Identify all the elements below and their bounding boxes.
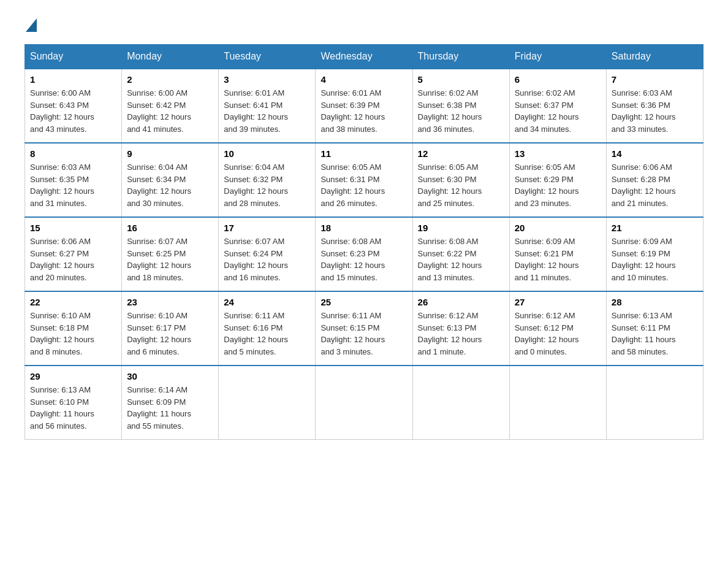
calendar-cell: 23 Sunrise: 6:10 AMSunset: 6:17 PMDaylig…	[122, 291, 219, 366]
calendar-cell: 5 Sunrise: 6:02 AMSunset: 6:38 PMDayligh…	[412, 69, 509, 143]
calendar-cell: 8 Sunrise: 6:03 AMSunset: 6:35 PMDayligh…	[25, 143, 122, 217]
day-number: 9	[127, 148, 213, 159]
calendar-cell: 13 Sunrise: 6:05 AMSunset: 6:29 PMDaylig…	[509, 143, 606, 217]
calendar-table: SundayMondayTuesdayWednesdayThursdayFrid…	[25, 44, 703, 440]
day-info: Sunrise: 6:03 AMSunset: 6:35 PMDaylight:…	[30, 161, 116, 209]
day-info: Sunrise: 6:14 AMSunset: 6:09 PMDaylight:…	[127, 384, 213, 432]
day-info: Sunrise: 6:13 AMSunset: 6:10 PMDaylight:…	[30, 384, 116, 432]
day-number: 26	[418, 297, 504, 307]
day-number: 17	[224, 223, 310, 233]
calendar-cell: 27 Sunrise: 6:12 AMSunset: 6:12 PMDaylig…	[509, 291, 606, 366]
day-info: Sunrise: 6:00 AMSunset: 6:43 PMDaylight:…	[30, 87, 116, 135]
calendar-week-row: 15 Sunrise: 6:06 AMSunset: 6:27 PMDaylig…	[25, 217, 703, 291]
calendar-cell: 30 Sunrise: 6:14 AMSunset: 6:09 PMDaylig…	[122, 366, 219, 440]
day-number: 29	[30, 371, 116, 381]
day-info: Sunrise: 6:12 AMSunset: 6:12 PMDaylight:…	[515, 310, 601, 358]
day-info: Sunrise: 6:05 AMSunset: 6:30 PMDaylight:…	[418, 161, 504, 209]
day-number: 28	[612, 297, 698, 307]
day-info: Sunrise: 6:11 AMSunset: 6:16 PMDaylight:…	[224, 310, 310, 358]
calendar-cell: 2 Sunrise: 6:00 AMSunset: 6:42 PMDayligh…	[122, 69, 219, 143]
day-info: Sunrise: 6:05 AMSunset: 6:29 PMDaylight:…	[515, 161, 601, 209]
calendar-cell: 17 Sunrise: 6:07 AMSunset: 6:24 PMDaylig…	[219, 217, 316, 291]
day-number: 13	[515, 148, 601, 159]
calendar-cell: 28 Sunrise: 6:13 AMSunset: 6:11 PMDaylig…	[606, 291, 703, 366]
calendar-week-row: 1 Sunrise: 6:00 AMSunset: 6:43 PMDayligh…	[25, 69, 703, 143]
calendar-cell: 16 Sunrise: 6:07 AMSunset: 6:25 PMDaylig…	[122, 217, 219, 291]
calendar-cell	[412, 366, 509, 440]
calendar-week-row: 29 Sunrise: 6:13 AMSunset: 6:10 PMDaylig…	[25, 366, 703, 440]
calendar-cell: 25 Sunrise: 6:11 AMSunset: 6:15 PMDaylig…	[316, 291, 412, 366]
day-number: 18	[320, 223, 407, 233]
day-number: 24	[224, 297, 310, 307]
logo-triangle-icon	[26, 18, 37, 32]
day-number: 5	[418, 74, 504, 85]
col-header-tuesday: Tuesday	[219, 45, 316, 69]
calendar-cell: 20 Sunrise: 6:09 AMSunset: 6:21 PMDaylig…	[509, 217, 606, 291]
col-header-sunday: Sunday	[25, 45, 122, 69]
day-number: 25	[320, 297, 407, 307]
day-number: 4	[320, 74, 407, 85]
col-header-saturday: Saturday	[606, 45, 703, 69]
day-info: Sunrise: 6:05 AMSunset: 6:31 PMDaylight:…	[320, 161, 407, 209]
day-info: Sunrise: 6:06 AMSunset: 6:27 PMDaylight:…	[30, 236, 116, 283]
day-number: 10	[224, 148, 310, 159]
calendar-cell: 14 Sunrise: 6:06 AMSunset: 6:28 PMDaylig…	[606, 143, 703, 217]
calendar-cell	[219, 366, 316, 440]
day-info: Sunrise: 6:10 AMSunset: 6:17 PMDaylight:…	[127, 310, 213, 358]
day-number: 7	[612, 74, 698, 85]
day-info: Sunrise: 6:08 AMSunset: 6:23 PMDaylight:…	[320, 236, 407, 283]
calendar-cell: 6 Sunrise: 6:02 AMSunset: 6:37 PMDayligh…	[509, 69, 606, 143]
day-info: Sunrise: 6:08 AMSunset: 6:22 PMDaylight:…	[418, 236, 504, 283]
day-number: 11	[320, 148, 407, 159]
day-number: 27	[515, 297, 601, 307]
day-number: 15	[30, 223, 116, 233]
day-info: Sunrise: 6:13 AMSunset: 6:11 PMDaylight:…	[612, 310, 698, 358]
calendar-cell: 24 Sunrise: 6:11 AMSunset: 6:16 PMDaylig…	[219, 291, 316, 366]
day-number: 21	[612, 223, 698, 233]
calendar-cell: 10 Sunrise: 6:04 AMSunset: 6:32 PMDaylig…	[219, 143, 316, 217]
day-number: 20	[515, 223, 601, 233]
day-info: Sunrise: 6:01 AMSunset: 6:39 PMDaylight:…	[320, 87, 407, 135]
calendar-cell: 22 Sunrise: 6:10 AMSunset: 6:18 PMDaylig…	[25, 291, 122, 366]
day-number: 12	[418, 148, 504, 159]
col-header-monday: Monday	[122, 45, 219, 69]
day-info: Sunrise: 6:01 AMSunset: 6:41 PMDaylight:…	[224, 87, 310, 135]
day-info: Sunrise: 6:00 AMSunset: 6:42 PMDaylight:…	[127, 87, 213, 135]
day-info: Sunrise: 6:10 AMSunset: 6:18 PMDaylight:…	[30, 310, 116, 358]
day-number: 14	[612, 148, 698, 159]
day-info: Sunrise: 6:09 AMSunset: 6:21 PMDaylight:…	[515, 236, 601, 283]
calendar-cell: 9 Sunrise: 6:04 AMSunset: 6:34 PMDayligh…	[122, 143, 219, 217]
calendar-cell: 18 Sunrise: 6:08 AMSunset: 6:23 PMDaylig…	[316, 217, 412, 291]
day-number: 30	[127, 371, 213, 381]
page-header	[25, 18, 703, 32]
calendar-cell: 15 Sunrise: 6:06 AMSunset: 6:27 PMDaylig…	[25, 217, 122, 291]
day-number: 19	[418, 223, 504, 233]
day-info: Sunrise: 6:03 AMSunset: 6:36 PMDaylight:…	[612, 87, 698, 135]
day-info: Sunrise: 6:07 AMSunset: 6:24 PMDaylight:…	[224, 236, 310, 283]
day-number: 2	[127, 74, 213, 85]
day-number: 23	[127, 297, 213, 307]
day-info: Sunrise: 6:02 AMSunset: 6:38 PMDaylight:…	[418, 87, 504, 135]
calendar-cell: 3 Sunrise: 6:01 AMSunset: 6:41 PMDayligh…	[219, 69, 316, 143]
calendar-cell: 29 Sunrise: 6:13 AMSunset: 6:10 PMDaylig…	[25, 366, 122, 440]
calendar-cell: 26 Sunrise: 6:12 AMSunset: 6:13 PMDaylig…	[412, 291, 509, 366]
day-info: Sunrise: 6:12 AMSunset: 6:13 PMDaylight:…	[418, 310, 504, 358]
calendar-cell	[316, 366, 412, 440]
day-number: 3	[224, 74, 310, 85]
day-info: Sunrise: 6:02 AMSunset: 6:37 PMDaylight:…	[515, 87, 601, 135]
col-header-friday: Friday	[509, 45, 606, 69]
day-info: Sunrise: 6:04 AMSunset: 6:32 PMDaylight:…	[224, 161, 310, 209]
calendar-cell: 21 Sunrise: 6:09 AMSunset: 6:19 PMDaylig…	[606, 217, 703, 291]
day-info: Sunrise: 6:04 AMSunset: 6:34 PMDaylight:…	[127, 161, 213, 209]
day-info: Sunrise: 6:11 AMSunset: 6:15 PMDaylight:…	[320, 310, 407, 358]
calendar-header-row: SundayMondayTuesdayWednesdayThursdayFrid…	[25, 45, 703, 69]
calendar-week-row: 22 Sunrise: 6:10 AMSunset: 6:18 PMDaylig…	[25, 291, 703, 366]
calendar-cell: 1 Sunrise: 6:00 AMSunset: 6:43 PMDayligh…	[25, 69, 122, 143]
day-number: 8	[30, 148, 116, 159]
day-number: 1	[30, 74, 116, 85]
calendar-cell	[509, 366, 606, 440]
logo	[25, 18, 38, 32]
calendar-cell: 11 Sunrise: 6:05 AMSunset: 6:31 PMDaylig…	[316, 143, 412, 217]
day-info: Sunrise: 6:09 AMSunset: 6:19 PMDaylight:…	[612, 236, 698, 283]
day-info: Sunrise: 6:07 AMSunset: 6:25 PMDaylight:…	[127, 236, 213, 283]
